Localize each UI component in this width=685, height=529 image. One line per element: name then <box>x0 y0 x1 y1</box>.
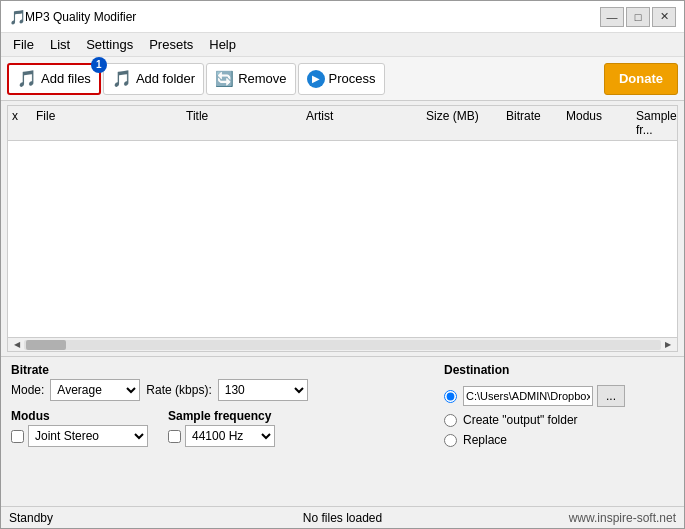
scroll-right-arrow[interactable]: ▶ <box>661 338 675 352</box>
rate-label: Rate (kbps): <box>146 383 211 397</box>
col-header-bitrate: Bitrate <box>502 109 562 137</box>
mode-label: Mode: <box>11 383 44 397</box>
bottom-row: Bitrate Mode: Average Constant Variable … <box>11 363 674 500</box>
bitrate-mode-row: Mode: Average Constant Variable Rate (kb… <box>11 379 424 401</box>
sample-select[interactable]: 44100 Hz 22050 Hz 11025 Hz 48000 Hz <box>185 425 275 447</box>
status-standby: Standby <box>9 511 176 525</box>
modus-checkbox-row: Joint Stereo Stereo Mono <box>11 425 148 447</box>
sample-checkbox[interactable] <box>168 430 181 443</box>
maximize-button[interactable]: □ <box>626 7 650 27</box>
col-header-size: Size (MB) <box>422 109 502 137</box>
modus-select[interactable]: Joint Stereo Stereo Mono <box>28 425 148 447</box>
process-button[interactable]: ▶ Process <box>298 63 385 95</box>
toolbar: 🎵 Add files 1 🎵 Add folder 🔄 Remove ▶ Pr… <box>1 57 684 101</box>
destination-label: Destination <box>444 363 674 377</box>
mode-select[interactable]: Average Constant Variable <box>50 379 140 401</box>
col-header-title: Title <box>182 109 302 137</box>
bottom-left: Bitrate Mode: Average Constant Variable … <box>11 363 424 500</box>
status-website: www.inspire-soft.net <box>509 511 676 525</box>
rate-select[interactable]: 128 130 160 192 256 320 <box>218 379 308 401</box>
file-area: x File Title Artist Size (MB) Bitrate Mo… <box>1 101 684 356</box>
bottom-section: Bitrate Mode: Average Constant Variable … <box>1 356 684 506</box>
file-table-wrapper: x File Title Artist Size (MB) Bitrate Mo… <box>1 101 684 356</box>
remove-button[interactable]: 🔄 Remove <box>206 63 295 95</box>
menu-bar: File List Settings Presets Help <box>1 33 684 57</box>
bitrate-label: Bitrate <box>11 363 424 377</box>
status-files: No files loaded <box>176 511 510 525</box>
dest-replace-label: Replace <box>463 433 507 447</box>
title-bar: 🎵 MP3 Quality Modifier — □ ✕ <box>1 1 684 33</box>
dest-radio1[interactable] <box>444 390 457 403</box>
menu-presets[interactable]: Presets <box>141 35 201 54</box>
add-files-wrapper: 🎵 Add files 1 <box>7 63 101 95</box>
dest-radio2-row: Create "output" folder <box>444 413 674 427</box>
sample-checkbox-row: 44100 Hz 22050 Hz 11025 Hz 48000 Hz <box>168 425 275 447</box>
remove-icon: 🔄 <box>215 70 234 88</box>
close-button[interactable]: ✕ <box>652 7 676 27</box>
browse-button[interactable]: ... <box>597 385 625 407</box>
scrollbar-thumb[interactable] <box>26 340 66 350</box>
table-header: x File Title Artist Size (MB) Bitrate Mo… <box>8 106 677 141</box>
menu-list[interactable]: List <box>42 35 78 54</box>
modus-checkbox[interactable] <box>11 430 24 443</box>
minimize-button[interactable]: — <box>600 7 624 27</box>
add-folder-button[interactable]: 🎵 Add folder <box>103 63 204 95</box>
dest-radio3[interactable] <box>444 434 457 447</box>
modus-label: Modus <box>11 409 148 423</box>
sample-section: Sample frequency 44100 Hz 22050 Hz 11025… <box>168 409 275 447</box>
destination-section: Destination ... Create "output" folder R… <box>444 363 674 500</box>
add-folder-label: Add folder <box>136 71 195 86</box>
col-header-artist: Artist <box>302 109 422 137</box>
dest-radio3-row: Replace <box>444 433 674 447</box>
dest-radio2[interactable] <box>444 414 457 427</box>
dest-output-label: Create "output" folder <box>463 413 578 427</box>
app-title: MP3 Quality Modifier <box>25 10 600 24</box>
modus-sample-row: Modus Joint Stereo Stereo Mono Sample fr… <box>11 409 424 447</box>
horizontal-scrollbar[interactable]: ◀ ▶ <box>8 337 677 351</box>
col-header-modus: Modus <box>562 109 632 137</box>
menu-settings[interactable]: Settings <box>78 35 141 54</box>
add-files-label: Add files <box>41 71 91 86</box>
file-table: x File Title Artist Size (MB) Bitrate Mo… <box>7 105 678 352</box>
remove-label: Remove <box>238 71 286 86</box>
add-files-button[interactable]: 🎵 Add files <box>7 63 101 95</box>
modus-section: Modus Joint Stereo Stereo Mono <box>11 409 148 447</box>
dest-path-input[interactable] <box>463 386 593 406</box>
menu-file[interactable]: File <box>5 35 42 54</box>
scroll-left-arrow[interactable]: ◀ <box>10 338 24 352</box>
folder-music-icon: 🎵 <box>112 69 132 88</box>
process-label: Process <box>329 71 376 86</box>
bitrate-section: Bitrate Mode: Average Constant Variable … <box>11 363 424 401</box>
badge: 1 <box>91 57 107 73</box>
dest-path-row: ... <box>463 385 625 407</box>
donate-button[interactable]: Donate <box>604 63 678 95</box>
menu-help[interactable]: Help <box>201 35 244 54</box>
col-header-x: x <box>8 109 32 137</box>
col-header-sample: Sample fr... <box>632 109 678 137</box>
dest-radio1-row: ... <box>444 385 674 407</box>
col-header-file: File <box>32 109 182 137</box>
window-controls: — □ ✕ <box>600 7 676 27</box>
scrollbar-track[interactable] <box>24 340 661 350</box>
app-icon: 🎵 <box>9 9 25 25</box>
table-body <box>8 141 677 337</box>
music-note-icon: 🎵 <box>17 69 37 88</box>
status-bar: Standby No files loaded www.inspire-soft… <box>1 506 684 528</box>
sample-label: Sample frequency <box>168 409 275 423</box>
play-icon: ▶ <box>307 70 325 88</box>
